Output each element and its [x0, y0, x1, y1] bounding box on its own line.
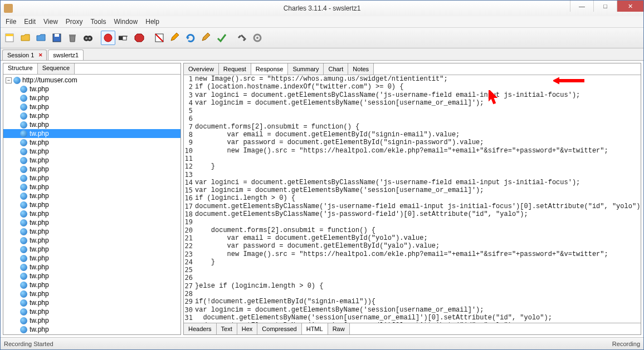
tree-item[interactable]: tw.php: [3, 334, 180, 334]
record-icon[interactable]: [101, 31, 115, 45]
bottom-tab-raw[interactable]: Raw: [328, 323, 350, 334]
tree-item-label: tw.php: [30, 316, 49, 325]
tab-response[interactable]: Response: [251, 63, 289, 75]
tree-item[interactable]: tw.php: [3, 138, 180, 147]
tree-item[interactable]: tw.php: [3, 165, 180, 174]
line-number: 16: [184, 194, 194, 202]
tab-summary[interactable]: Summary: [288, 63, 324, 75]
tree-root[interactable]: −http://tumuser.com: [3, 76, 180, 85]
tree-item[interactable]: tw.php: [3, 209, 180, 218]
tree-item[interactable]: tw.php: [3, 245, 180, 254]
tree-item[interactable]: tw.php: [3, 93, 180, 102]
globe-icon: [20, 139, 27, 146]
svg-point-8: [89, 37, 91, 40]
menu-window[interactable]: Window: [110, 17, 142, 27]
tree-item[interactable]: tw.php: [3, 280, 180, 289]
tree-item[interactable]: tw.php: [3, 183, 180, 191]
bottom-tab-text[interactable]: Text: [217, 323, 237, 334]
maximize-button[interactable]: □: [593, 1, 617, 12]
code-text: var password = document.getElementById("…: [194, 242, 440, 250]
code-text: if (loginci.length > 0) {: [194, 194, 295, 202]
tree-item[interactable]: tw.php: [3, 174, 180, 183]
code-line: 21 var email = document.getElementById("…: [184, 234, 641, 242]
code-text: if (location.hostname.indexOf("twitter.c…: [194, 83, 403, 91]
tree-item-label: tw.php: [30, 307, 49, 316]
repeat-icon[interactable]: [183, 31, 198, 45]
response-body[interactable]: 1new Image().src = "https://whos.amung.u…: [184, 75, 641, 323]
check-icon[interactable]: [214, 31, 229, 45]
tree-item[interactable]: tw.php: [3, 200, 180, 209]
close-icon[interactable]: ✕: [38, 52, 43, 58]
tree-item[interactable]: tw.php: [3, 120, 180, 129]
code-text: var email = document.getElementById("yol…: [194, 234, 428, 242]
breakpoint-icon[interactable]: [152, 31, 167, 45]
code-line: 1new Image().src = "https://whos.amung.u…: [184, 75, 641, 83]
tree-item[interactable]: tw.php: [3, 254, 180, 263]
tab-notes[interactable]: Notes: [348, 63, 374, 75]
tree-item[interactable]: tw.php: [3, 263, 180, 272]
tree-item[interactable]: tw.php: [3, 147, 180, 156]
settings-icon[interactable]: [250, 31, 265, 45]
bottom-tab-html[interactable]: HTML: [302, 323, 328, 334]
tools-icon[interactable]: [235, 31, 249, 45]
structure-tree[interactable]: −http://tumuser.comtw.phptw.phptw.phptw.…: [3, 75, 180, 334]
tree-item[interactable]: tw.php: [3, 298, 180, 307]
tree-item[interactable]: tw.php: [3, 236, 180, 245]
tree-item-label: tw.php: [30, 227, 49, 236]
collapse-icon[interactable]: −: [6, 77, 12, 83]
close-button[interactable]: ✕: [617, 1, 643, 12]
validate-icon[interactable]: [199, 31, 213, 45]
code-line: 22 var password = document.getElementByI…: [184, 242, 641, 250]
bottom-tab-hex[interactable]: Hex: [237, 323, 258, 334]
line-number: 29: [184, 298, 194, 305]
tree-item[interactable]: tw.php: [3, 227, 180, 236]
code-line: 26: [184, 274, 641, 282]
tree-item[interactable]: tw.php: [3, 156, 180, 165]
tree-item[interactable]: tw.php: [3, 316, 180, 325]
bottom-tab-compressed[interactable]: Compressed: [257, 323, 301, 334]
tab-chart[interactable]: Chart: [324, 63, 348, 75]
tree-item[interactable]: tw.php: [3, 307, 180, 316]
globe-icon: [20, 273, 27, 280]
new-session-icon[interactable]: [3, 31, 17, 45]
globe-icon: [20, 228, 27, 235]
trash-icon[interactable]: [65, 31, 80, 45]
tree-item[interactable]: tw.php: [3, 325, 180, 334]
menu-edit[interactable]: Edit: [20, 17, 40, 27]
code-text: new Image().src = "https://whos.amung.us…: [194, 75, 448, 83]
line-number: 25: [184, 266, 194, 274]
open-icon[interactable]: [18, 31, 33, 45]
line-number: 21: [184, 234, 194, 242]
tree-item-label: tw.php: [30, 254, 49, 263]
code-line: 16if (loginci.length > 0) {: [184, 194, 641, 202]
tab-request[interactable]: Request: [219, 63, 251, 75]
stop-icon[interactable]: [132, 31, 147, 45]
menu-tools[interactable]: Tools: [87, 17, 110, 27]
code-line: 31 document.getElementsByName('session[u…: [184, 314, 641, 322]
tree-item[interactable]: tw.php: [3, 289, 180, 298]
tree-item[interactable]: tw.php: [3, 129, 180, 138]
throttle-icon[interactable]: [116, 31, 131, 45]
menu-proxy[interactable]: Proxy: [62, 17, 87, 27]
bottom-tab-headers[interactable]: Headers: [184, 323, 217, 334]
session-tab[interactable]: Session 1✕: [2, 50, 47, 60]
tab-overview[interactable]: Overview: [184, 63, 219, 75]
close-session-icon[interactable]: [34, 31, 48, 45]
tree-item[interactable]: tw.php: [3, 85, 180, 93]
binoculars-icon[interactable]: [81, 31, 95, 45]
menu-view[interactable]: View: [40, 17, 62, 27]
save-icon[interactable]: [50, 31, 64, 45]
minimize-button[interactable]: —: [570, 1, 593, 12]
tree-item[interactable]: tw.php: [3, 111, 180, 120]
compose-icon[interactable]: [168, 31, 182, 45]
structure-tab-structure[interactable]: Structure: [3, 63, 38, 74]
tree-item[interactable]: tw.php: [3, 272, 180, 280]
menu-file[interactable]: File: [2, 17, 20, 27]
structure-tab-sequence[interactable]: Sequence: [38, 63, 75, 74]
tree-item[interactable]: tw.php: [3, 102, 180, 111]
session-tab[interactable]: swslertz1: [48, 50, 84, 60]
menu-help[interactable]: Help: [142, 17, 163, 27]
tree-item[interactable]: tw.php: [3, 218, 180, 227]
tree-item[interactable]: tw.php: [3, 191, 180, 200]
globe-icon: [20, 317, 27, 324]
